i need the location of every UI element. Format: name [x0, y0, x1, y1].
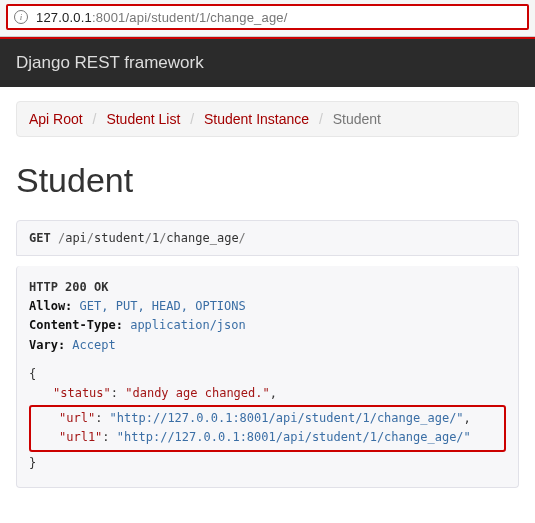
breadcrumb-sep: /: [313, 111, 329, 127]
url-bar[interactable]: i 127.0.0.1:8001/api/student/1/change_ag…: [6, 4, 529, 30]
json-body: { "status": "dandy age changed.", "url":…: [29, 365, 506, 473]
http-method: GET: [29, 231, 51, 245]
breadcrumb-sep: /: [87, 111, 103, 127]
breadcrumb-active: Student: [333, 111, 381, 127]
breadcrumb-link-api-root[interactable]: Api Root: [29, 111, 83, 127]
http-path: /api/student/1/change_age/: [58, 231, 246, 245]
json-close-brace: }: [29, 454, 506, 473]
json-line-url: "url": "http://127.0.0.1:8001/api/studen…: [35, 409, 500, 428]
url-host: 127.0.0.1: [36, 10, 92, 25]
page-title: Student: [16, 161, 519, 200]
breadcrumb: Api Root / Student List / Student Instan…: [16, 101, 519, 137]
header-vary: Vary: Accept: [29, 336, 506, 355]
json-line-status: "status": "dandy age changed.",: [29, 384, 506, 403]
url-port: :8001: [92, 10, 126, 25]
highlight-box: "url": "http://127.0.0.1:8001/api/studen…: [29, 405, 506, 451]
browser-chrome: i 127.0.0.1:8001/api/student/1/change_ag…: [0, 0, 535, 37]
brand-label: Django REST framework: [16, 53, 204, 72]
main-content: Api Root / Student List / Student Instan…: [0, 87, 535, 518]
response-block: HTTP 200 OK Allow: GET, PUT, HEAD, OPTIO…: [16, 266, 519, 488]
url-text: 127.0.0.1:8001/api/student/1/change_age/: [36, 10, 288, 25]
breadcrumb-link-student-instance[interactable]: Student Instance: [204, 111, 309, 127]
request-line: GET /api/student/1/change_age/: [16, 220, 519, 256]
breadcrumb-sep: /: [184, 111, 200, 127]
status-line: HTTP 200 OK: [29, 278, 506, 297]
json-open-brace: {: [29, 365, 506, 384]
json-line-url1: "url1": "http://127.0.0.1:8001/api/stude…: [35, 428, 500, 447]
breadcrumb-link-student-list[interactable]: Student List: [106, 111, 180, 127]
header-content-type: Content-Type: application/json: [29, 316, 506, 335]
info-icon: i: [14, 10, 28, 24]
app-header: Django REST framework: [0, 37, 535, 87]
header-allow: Allow: GET, PUT, HEAD, OPTIONS: [29, 297, 506, 316]
url-path: /api/student/1/change_age/: [126, 10, 288, 25]
